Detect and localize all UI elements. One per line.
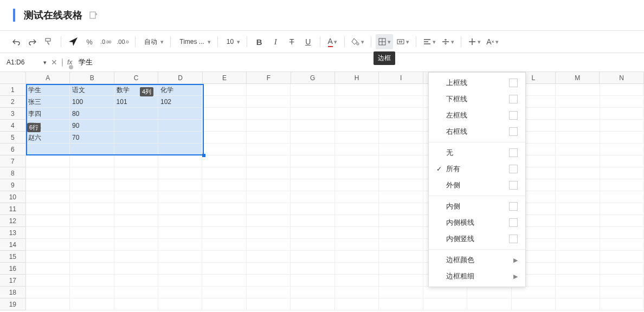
cell-C7[interactable] [114, 155, 158, 167]
cell-A9[interactable] [26, 179, 70, 191]
cell-C5[interactable] [114, 132, 158, 144]
fill-color-button[interactable]: ▾ [349, 34, 366, 49]
cell-G1[interactable] [291, 84, 334, 96]
menu-item[interactable]: 上框线 [429, 75, 525, 91]
cell-F17[interactable] [247, 275, 291, 287]
cell-F2[interactable] [247, 96, 291, 108]
cell-E5[interactable] [202, 132, 246, 144]
cell-E10[interactable] [202, 191, 246, 203]
cell-E14[interactable] [202, 239, 246, 251]
cell-A19[interactable] [26, 298, 70, 310]
cell-B19[interactable] [70, 298, 114, 310]
cell-G19[interactable] [291, 298, 334, 310]
cell-B18[interactable] [70, 287, 114, 298]
cell-C9[interactable] [114, 179, 158, 191]
col-header-M[interactable]: M [556, 72, 600, 84]
cell-D13[interactable] [158, 227, 202, 239]
font-dropdown[interactable]: Times ...▾ [175, 34, 213, 49]
name-box[interactable]: A1:D6▾ [4, 55, 47, 69]
cell-F13[interactable] [247, 227, 291, 239]
cell-M11[interactable] [556, 203, 600, 215]
cell-E7[interactable] [202, 155, 246, 167]
cell-M9[interactable] [556, 179, 600, 191]
cell-F18[interactable] [247, 287, 291, 298]
cell-C11[interactable] [114, 203, 158, 215]
col-header-C[interactable]: C [114, 72, 158, 84]
cell-D16[interactable] [158, 263, 202, 275]
cell-D3[interactable] [158, 108, 202, 120]
cell-H3[interactable] [335, 108, 379, 120]
cell-L18[interactable] [512, 287, 556, 298]
cell-H11[interactable] [335, 203, 379, 215]
cell-I14[interactable] [379, 239, 423, 251]
cell-I8[interactable] [379, 167, 423, 179]
cell-A6[interactable] [26, 144, 70, 155]
cell-N19[interactable] [600, 298, 644, 310]
cell-K19[interactable] [467, 298, 511, 310]
cell-G4[interactable] [291, 120, 334, 132]
cell-D5[interactable] [158, 132, 202, 144]
row-header-2[interactable]: 2 [0, 96, 26, 108]
cell-B7[interactable] [70, 155, 114, 167]
cell-C14[interactable] [114, 239, 158, 251]
cell-C4[interactable] [114, 120, 158, 132]
cell-G5[interactable] [291, 132, 334, 144]
export-icon[interactable] [89, 11, 98, 20]
cell-A17[interactable] [26, 275, 70, 287]
row-header-5[interactable]: 5 [0, 132, 26, 144]
cell-N8[interactable] [600, 167, 644, 179]
cell-G2[interactable] [291, 96, 334, 108]
cell-B10[interactable] [70, 191, 114, 203]
cell-M10[interactable] [556, 191, 600, 203]
cell-H2[interactable] [335, 96, 379, 108]
menu-item[interactable]: 边框粗细▶ [429, 268, 525, 284]
bold-button[interactable]: B [252, 34, 267, 49]
cell-A18[interactable] [26, 287, 70, 298]
strikethrough-button[interactable]: T [284, 34, 299, 49]
cell-M15[interactable] [556, 251, 600, 263]
row-header-12[interactable]: 12 [0, 215, 26, 227]
cell-J18[interactable] [423, 287, 467, 298]
cell-A12[interactable] [26, 215, 70, 227]
cell-J19[interactable] [423, 298, 467, 310]
cell-N9[interactable] [600, 179, 644, 191]
formula-input[interactable] [76, 56, 640, 69]
cell-B16[interactable] [70, 263, 114, 275]
cell-M12[interactable] [556, 215, 600, 227]
menu-item[interactable]: 内侧竖线 [429, 231, 525, 247]
cell-H19[interactable] [335, 298, 379, 310]
row-header-15[interactable]: 15 [0, 251, 26, 263]
text-color-button[interactable]: A▾ [325, 34, 340, 49]
cell-H5[interactable] [335, 132, 379, 144]
cell-I6[interactable] [379, 144, 423, 155]
cell-C16[interactable] [114, 263, 158, 275]
cell-M14[interactable] [556, 239, 600, 251]
decrease-decimal-button[interactable]: .0.00 [98, 34, 113, 49]
cell-B4[interactable]: 90 [70, 120, 114, 132]
cell-F10[interactable] [247, 191, 291, 203]
cell-G10[interactable] [291, 191, 334, 203]
cell-H17[interactable] [335, 275, 379, 287]
cell-N11[interactable] [600, 203, 644, 215]
cell-A8[interactable] [26, 167, 70, 179]
cell-D10[interactable] [158, 191, 202, 203]
cell-G15[interactable] [291, 251, 334, 263]
row-header-19[interactable]: 19 [0, 298, 26, 310]
cell-H8[interactable] [335, 167, 379, 179]
cell-E4[interactable] [202, 120, 246, 132]
cell-I17[interactable] [379, 275, 423, 287]
cell-B6[interactable] [70, 144, 114, 155]
cell-H4[interactable] [335, 120, 379, 132]
cell-E1[interactable] [202, 84, 246, 96]
cell-A2[interactable]: 张三 [26, 96, 70, 108]
cell-E8[interactable] [202, 167, 246, 179]
cell-F8[interactable] [247, 167, 291, 179]
cell-C2[interactable]: 101 [114, 96, 158, 108]
cell-A16[interactable] [26, 263, 70, 275]
row-header-4[interactable]: 4 [0, 120, 26, 132]
cell-N18[interactable] [600, 287, 644, 298]
selection-handle[interactable] [202, 154, 205, 157]
cell-I2[interactable] [379, 96, 423, 108]
cell-B15[interactable] [70, 251, 114, 263]
cell-E18[interactable] [202, 287, 246, 298]
